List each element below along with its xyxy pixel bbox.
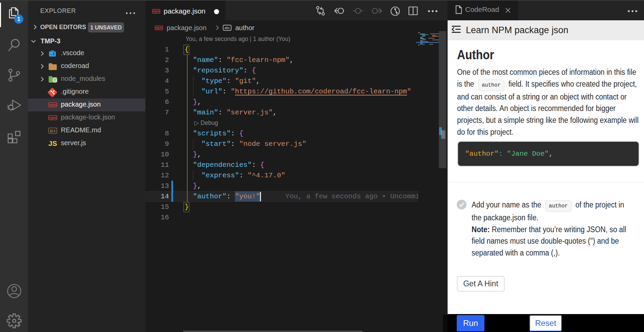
svg-text:abc: abc xyxy=(224,26,230,30)
svg-text:M: M xyxy=(50,129,53,133)
svg-text:npm: npm xyxy=(49,103,56,107)
svg-text:npm: npm xyxy=(49,116,56,119)
svg-text:js: js xyxy=(53,79,56,82)
svg-text:npm: npm xyxy=(153,9,160,13)
svg-text:npm: npm xyxy=(156,26,162,29)
